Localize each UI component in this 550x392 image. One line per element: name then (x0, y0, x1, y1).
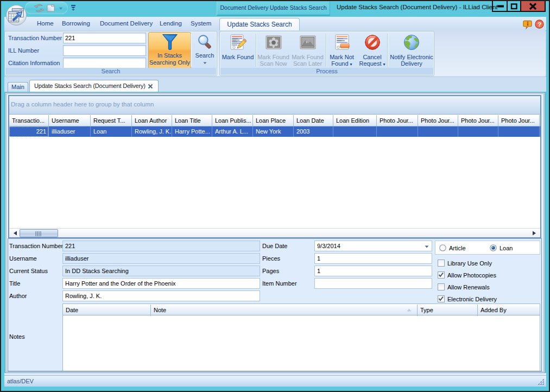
svg-text:?: ? (538, 21, 541, 28)
